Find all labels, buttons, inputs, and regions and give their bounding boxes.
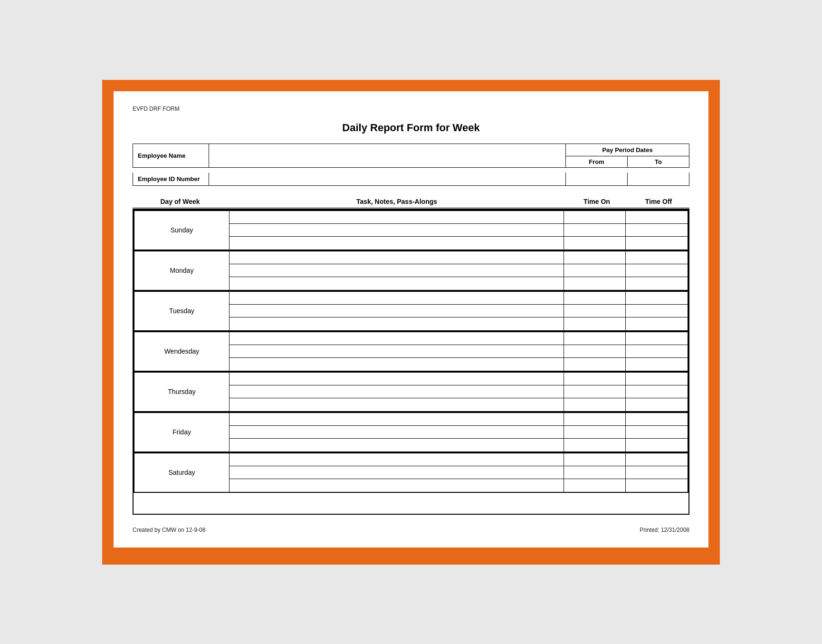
time-on-cell[interactable]: [564, 305, 625, 317]
time-on-cell[interactable]: [564, 439, 625, 451]
time-on-cell[interactable]: [564, 224, 625, 237]
time-on-cell[interactable]: [564, 479, 625, 491]
employee-name-input[interactable]: [209, 144, 565, 167]
task-cell[interactable]: [229, 332, 564, 371]
page-title: Daily Report Form for Week: [133, 122, 689, 134]
schedule-table: Sunday Monday: [133, 209, 689, 515]
time-on-cell[interactable]: [564, 292, 625, 305]
time-on-cell[interactable]: [564, 345, 625, 358]
time-off-cells: [626, 373, 688, 411]
task-line[interactable]: [229, 237, 564, 249]
time-off-cell[interactable]: [626, 224, 688, 237]
employee-id-input[interactable]: [209, 173, 565, 185]
time-off-cell[interactable]: [626, 439, 688, 451]
day-label: Tuesday: [134, 292, 229, 330]
time-off-cell[interactable]: [626, 211, 688, 224]
time-on-cell[interactable]: [564, 373, 625, 385]
time-on-cells: [564, 211, 626, 250]
task-cell[interactable]: [229, 373, 564, 411]
task-cell[interactable]: [229, 413, 564, 452]
task-line[interactable]: [229, 453, 564, 466]
time-off-cell[interactable]: [626, 373, 688, 385]
time-off-cell[interactable]: [626, 332, 688, 345]
time-on-cell[interactable]: [564, 426, 625, 439]
task-line[interactable]: [229, 277, 564, 289]
time-on-cell[interactable]: [564, 358, 625, 370]
employee-id-label: Employee ID Number: [133, 173, 209, 185]
task-line[interactable]: [229, 426, 564, 439]
time-on-cell[interactable]: [564, 466, 625, 479]
form-label: EVFD DRF FORM: [133, 106, 689, 112]
task-line[interactable]: [229, 251, 564, 264]
time-off-cell[interactable]: [626, 398, 688, 411]
outer-border: EVFD DRF FORM Daily Report Form for Week…: [102, 80, 720, 565]
task-line[interactable]: [229, 292, 564, 305]
time-on-cell[interactable]: [564, 385, 625, 398]
time-on-cell[interactable]: [564, 277, 625, 289]
task-line[interactable]: [229, 385, 564, 398]
day-label: Thursday: [134, 373, 229, 411]
time-off-cell[interactable]: [626, 292, 688, 305]
time-on-cell[interactable]: [564, 317, 625, 330]
task-cell[interactable]: [229, 292, 564, 330]
time-on-cell[interactable]: [564, 453, 625, 466]
col-tasks-header: Task, Notes, Pass-Alongs: [228, 198, 566, 205]
task-line[interactable]: [229, 439, 564, 451]
pay-to-field[interactable]: [628, 173, 689, 185]
time-on-cell[interactable]: [564, 332, 625, 345]
time-off-cell[interactable]: [626, 466, 688, 479]
time-on-cell[interactable]: [564, 413, 625, 426]
time-off-cell[interactable]: [626, 264, 688, 277]
time-off-cells: [626, 413, 688, 452]
from-label: From: [566, 156, 628, 167]
time-off-cell[interactable]: [626, 305, 688, 317]
task-line[interactable]: [229, 317, 564, 330]
task-cell[interactable]: [229, 251, 564, 290]
col-time-on-header: Time On: [566, 198, 628, 205]
day-label: Friday: [134, 413, 229, 452]
task-line[interactable]: [229, 479, 564, 491]
task-line[interactable]: [229, 466, 564, 479]
time-off-cell[interactable]: [626, 358, 688, 370]
time-off-cell[interactable]: [626, 277, 688, 289]
time-off-cell[interactable]: [626, 426, 688, 439]
time-on-cells: [564, 453, 626, 492]
time-off-cell[interactable]: [626, 385, 688, 398]
task-line[interactable]: [229, 398, 564, 411]
time-off-cells: [626, 453, 688, 492]
task-cell[interactable]: [229, 211, 564, 250]
time-on-cell[interactable]: [564, 211, 625, 224]
day-label: Sunday: [134, 211, 229, 250]
employee-name-row: Employee Name Pay Period Dates From To: [133, 144, 689, 168]
pay-period-cols: From To: [566, 156, 689, 167]
table-row: Thursday: [134, 372, 688, 412]
task-cell[interactable]: [229, 453, 564, 492]
time-on-cells: [564, 292, 626, 330]
time-off-cell[interactable]: [626, 237, 688, 249]
task-line[interactable]: [229, 373, 564, 385]
task-line[interactable]: [229, 305, 564, 317]
time-on-cell[interactable]: [564, 237, 625, 249]
task-line[interactable]: [229, 264, 564, 277]
table-row: Sunday: [134, 210, 688, 250]
time-off-cell[interactable]: [626, 453, 688, 466]
pay-period-label: Pay Period Dates: [566, 144, 689, 156]
task-line[interactable]: [229, 345, 564, 358]
task-line[interactable]: [229, 224, 564, 237]
time-on-cell[interactable]: [564, 398, 625, 411]
task-line[interactable]: [229, 413, 564, 426]
task-line[interactable]: [229, 211, 564, 224]
time-off-cell[interactable]: [626, 251, 688, 264]
employee-name-label: Employee Name: [133, 144, 209, 167]
pay-from-field[interactable]: [566, 173, 628, 185]
time-off-cell[interactable]: [626, 413, 688, 426]
time-on-cells: [564, 332, 626, 371]
task-line[interactable]: [229, 358, 564, 370]
time-off-cell[interactable]: [626, 317, 688, 330]
time-on-cell[interactable]: [564, 251, 625, 264]
time-off-cell[interactable]: [626, 479, 688, 491]
inner-border: EVFD DRF FORM Daily Report Form for Week…: [111, 88, 711, 550]
time-off-cell[interactable]: [626, 345, 688, 358]
time-on-cell[interactable]: [564, 264, 625, 277]
task-line[interactable]: [229, 332, 564, 345]
